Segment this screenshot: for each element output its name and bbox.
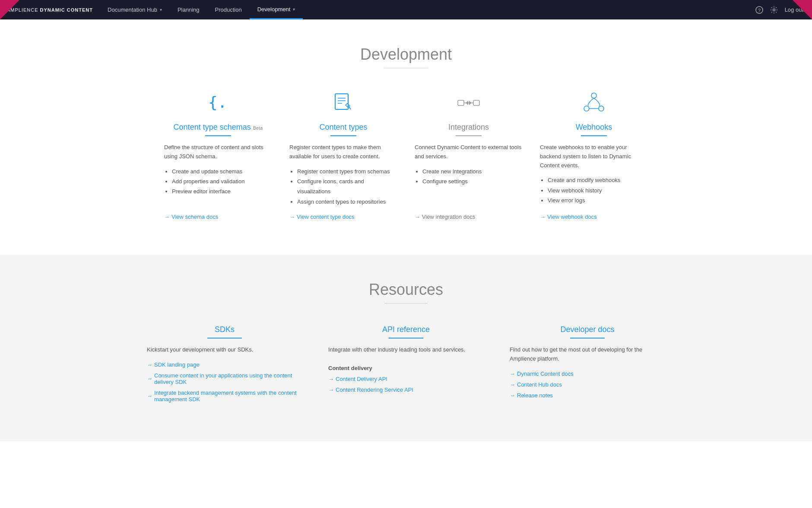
svg-marker-13	[466, 101, 468, 105]
svg-point-15	[584, 106, 589, 111]
arrow-icon: →	[147, 375, 152, 382]
release-notes-link[interactable]: → Release notes	[510, 392, 665, 399]
list-item: Configure settings	[422, 176, 523, 186]
integrations-icon	[415, 90, 523, 116]
arrow-icon: →	[328, 376, 334, 382]
view-integration-docs-link[interactable]: → View integration docs	[415, 214, 523, 220]
arrow-icon: →	[540, 214, 546, 220]
card-desc-content-types: Register content types to make them avai…	[289, 143, 397, 161]
resource-desc-sdks: Kickstart your development with our SDKs…	[147, 345, 302, 355]
list-item: Create new integrations	[422, 166, 523, 176]
nav-item-documentation-hub[interactable]: Documentation Hub ▾	[100, 0, 170, 19]
list-item: Assign content types to repositories	[297, 197, 397, 207]
arrow-icon: →	[147, 393, 152, 399]
arrow-icon: →	[289, 214, 295, 220]
development-title: Development	[164, 45, 648, 64]
card-title-integrations: Integrations	[415, 123, 523, 132]
arrow-icon: →	[164, 214, 170, 220]
nav-item-planning[interactable]: Planning	[170, 0, 207, 19]
card-list-integrations: Create new integrations Configure settin…	[415, 166, 523, 207]
navbar-corner-right	[793, 0, 812, 19]
resource-card-developer-docs: Developer docs Find out how to get the m…	[510, 325, 665, 407]
list-item: Create and modify webhooks	[548, 175, 648, 185]
chevron-down-icon: ▾	[293, 7, 295, 12]
card-title-content-types: Content types	[289, 123, 397, 132]
content-delivery-sdk-link[interactable]: → Consume content in your applications u…	[147, 372, 302, 385]
resources-title: Resources	[147, 281, 665, 299]
card-desc-schemas: Define the structure of content and slot…	[164, 143, 272, 161]
card-list-webhooks: Create and modify webhooks View webhook …	[540, 175, 648, 207]
help-button[interactable]: ?	[755, 6, 763, 14]
nav-item-production[interactable]: Production	[207, 0, 250, 19]
sdk-landing-page-link[interactable]: → SDK landing page	[147, 361, 302, 368]
content-hub-docs-link[interactable]: → Content Hub docs	[510, 381, 665, 388]
webhooks-icon	[540, 90, 648, 116]
gear-icon	[770, 6, 778, 14]
content-management-sdk-link[interactable]: → Integrate backend management systems w…	[147, 390, 302, 403]
brand-dynamic-content: DYNAMIC CONTENT	[40, 7, 93, 13]
navbar-corner-left	[0, 0, 19, 19]
main-content: Development {...} Content type schemas B…	[0, 19, 812, 441]
resource-title-sdks: SDKs	[147, 325, 302, 334]
card-list-content-types: Register content types from schemas Conf…	[289, 166, 397, 207]
card-title-schemas: Content type schemas Beta	[164, 123, 272, 132]
content-types-icon	[289, 90, 397, 116]
navbar: AMPLIENCE DYNAMIC CONTENT Documentation …	[0, 0, 812, 19]
list-item: Create and update schemas	[172, 166, 272, 176]
arrow-icon: →	[510, 371, 515, 377]
card-title-webhooks: Webhooks	[540, 123, 648, 132]
resource-card-sdks: SDKs Kickstart your development with our…	[147, 325, 302, 407]
resources-divider	[384, 303, 428, 304]
card-webhooks: Webhooks Create webhooks to to enable yo…	[540, 90, 648, 220]
svg-marker-12	[469, 101, 472, 105]
card-divider-integrations	[456, 135, 482, 136]
main-nav: Documentation Hub ▾ Planning Production …	[100, 0, 755, 19]
arrow-icon: →	[328, 387, 334, 393]
card-integrations: Integrations Connect Dynamic Content to …	[415, 90, 523, 220]
settings-button[interactable]	[770, 6, 778, 14]
svg-rect-4	[335, 94, 348, 109]
view-content-type-docs-link[interactable]: → View content type docs	[289, 214, 397, 220]
resource-divider-sdks	[207, 338, 242, 339]
arrow-icon: →	[510, 392, 515, 399]
card-content-types: Content types Register content types to …	[289, 90, 397, 220]
card-divider-webhooks	[581, 135, 607, 136]
svg-point-16	[599, 106, 604, 111]
view-schema-docs-link[interactable]: → View schema docs	[164, 214, 272, 220]
arrow-icon: →	[147, 361, 152, 368]
card-content-type-schemas: {...} Content type schemas Beta Define t…	[164, 90, 272, 220]
svg-point-14	[591, 93, 596, 98]
api-sub-heading: Content delivery	[328, 365, 484, 371]
card-desc-webhooks: Create webhooks to to enable your backen…	[540, 143, 648, 170]
list-item: Configure icons, cards and visualization…	[297, 176, 397, 197]
resource-title-developer-docs: Developer docs	[510, 325, 665, 334]
view-webhook-docs-link[interactable]: → View webhook docs	[540, 214, 648, 220]
resource-desc-api: Integrate with other industry leading to…	[328, 345, 484, 355]
help-icon: ?	[755, 6, 763, 14]
svg-line-8	[349, 107, 351, 109]
svg-text:{...}: {...}	[208, 93, 230, 111]
list-item: View error logs	[548, 195, 648, 205]
arrow-icon: →	[415, 214, 420, 220]
development-divider	[384, 68, 428, 68]
content-rendering-api-link[interactable]: → Content Rendering Service API	[328, 387, 484, 393]
resource-card-api: API reference Integrate with other indus…	[328, 325, 484, 407]
resources-inner: Resources SDKs Kickstart your developmen…	[147, 281, 665, 407]
resource-divider-api	[389, 338, 423, 339]
schema-icon: {...}	[164, 90, 272, 116]
card-divider-schemas	[205, 135, 231, 136]
development-section: Development {...} Content type schemas B…	[147, 19, 665, 255]
resource-title-api: API reference	[328, 325, 484, 334]
dev-cards-grid: {...} Content type schemas Beta Define t…	[164, 90, 648, 220]
nav-item-development[interactable]: Development ▾	[250, 0, 303, 19]
beta-badge: Beta	[253, 125, 263, 131]
list-item: Add properties and validation	[172, 176, 272, 186]
card-list-schemas: Create and update schemas Add properties…	[164, 166, 272, 207]
resources-grid: SDKs Kickstart your development with our…	[147, 325, 665, 407]
svg-rect-10	[473, 100, 479, 105]
dynamic-content-docs-link[interactable]: → Dynamic Content docs	[510, 371, 665, 377]
content-delivery-api-link[interactable]: → Content Delivery API	[328, 376, 484, 382]
resource-desc-developer-docs: Find out how to get the most out of deve…	[510, 345, 665, 364]
resource-divider-developer-docs	[570, 338, 605, 339]
list-item: View webhook history	[548, 185, 648, 195]
